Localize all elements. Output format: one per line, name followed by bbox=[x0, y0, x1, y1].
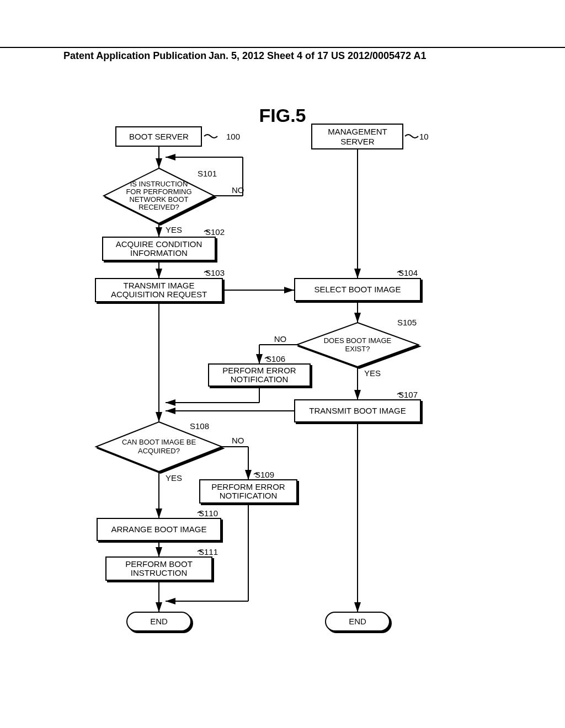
q105-yes: YES bbox=[364, 368, 381, 378]
header-left: Patent Application Publication bbox=[63, 50, 206, 62]
q108-l2: ACQUIRED? bbox=[138, 447, 180, 455]
q101-l3: NETWORK BOOT bbox=[130, 195, 189, 204]
q108-no: NO bbox=[232, 436, 244, 445]
p109-l1: PERFORM ERROR bbox=[211, 482, 285, 491]
p111-l2: INSTRUCTION bbox=[131, 568, 188, 577]
q105-no: NO bbox=[274, 334, 287, 344]
s102-label: S102 bbox=[205, 227, 225, 237]
s109-label: S109 bbox=[255, 470, 274, 479]
p103-l2: ACQUISITION REQUEST bbox=[111, 290, 207, 299]
q101-l2: FOR PERFORMING bbox=[126, 188, 191, 196]
end-right: END bbox=[349, 617, 366, 626]
s101-label: S101 bbox=[198, 169, 217, 178]
s108-label: S108 bbox=[190, 421, 209, 431]
mgmt-server-label-l2: SERVER bbox=[340, 137, 375, 146]
ref-100: 100 bbox=[226, 132, 240, 141]
q108-l1: CAN BOOT IMAGE BE bbox=[122, 438, 196, 446]
p107: TRANSMIT BOOT IMAGE bbox=[309, 406, 406, 415]
p102-l2: INFORMATION bbox=[130, 248, 188, 258]
s111-label: S111 bbox=[199, 547, 218, 556]
page-header: Patent Application Publication Jan. 5, 2… bbox=[0, 47, 565, 50]
q101-yes: YES bbox=[166, 225, 182, 234]
s107-label: S107 bbox=[398, 390, 418, 399]
q101-no: NO bbox=[232, 185, 244, 195]
q105-l2: EXIST? bbox=[345, 345, 370, 353]
end-left: END bbox=[150, 617, 168, 626]
p106-l1: PERFORM ERROR bbox=[222, 366, 296, 375]
p104: SELECT BOOT IMAGE bbox=[315, 285, 401, 294]
p109-l2: NOTIFICATION bbox=[220, 491, 278, 500]
p110: ARRANGE BOOT IMAGE bbox=[111, 524, 206, 534]
p106-l2: NOTIFICATION bbox=[231, 374, 289, 384]
q101-l1: IS INSTRUCTION bbox=[130, 180, 188, 188]
q101-l4: RECEIVED? bbox=[138, 203, 179, 211]
p103-l1: TRANSMIT IMAGE bbox=[124, 281, 195, 290]
p111-l1: PERFORM BOOT bbox=[125, 559, 193, 569]
q105-l1: DOES BOOT IMAGE bbox=[324, 336, 392, 345]
s110-label: S110 bbox=[199, 508, 218, 518]
mgmt-server-label-l1: MANAGEMENT bbox=[328, 127, 387, 136]
p102-l1: ACQUIRE CONDITION bbox=[116, 239, 202, 249]
s105-label: S105 bbox=[397, 318, 417, 327]
header-right: US 2012/0005472 A1 bbox=[331, 50, 426, 62]
flowchart: BOOT SERVER MANAGEMENT SERVER 100 10 S10… bbox=[66, 116, 463, 645]
s103-label: S103 bbox=[205, 268, 225, 277]
s106-label: S106 bbox=[266, 354, 285, 363]
boot-server-label: BOOT SERVER bbox=[129, 132, 189, 141]
q108-yes: YES bbox=[166, 473, 182, 483]
header-mid: Jan. 5, 2012 Sheet 4 of 17 bbox=[209, 50, 328, 62]
s104-label: S104 bbox=[398, 268, 418, 277]
ref-10: 10 bbox=[419, 132, 429, 141]
